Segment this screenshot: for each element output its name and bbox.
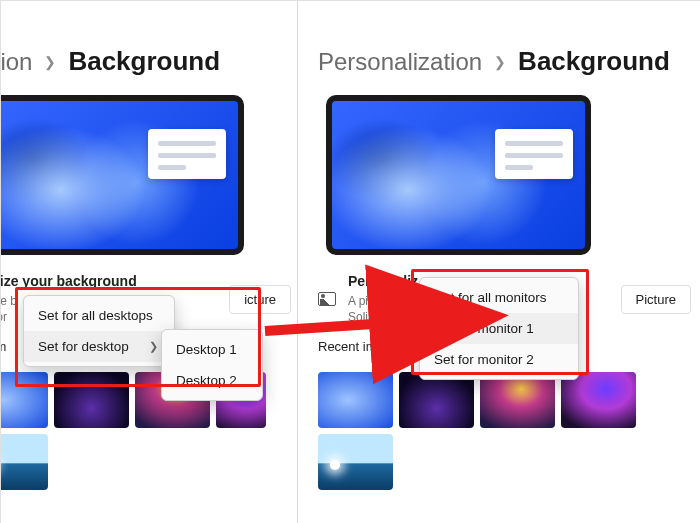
sample-window — [148, 129, 226, 179]
thumbnail[interactable] — [318, 434, 393, 490]
comparison-frame: WindowsDigital.com nalization ❯ Backgrou… — [0, 0, 700, 523]
recent-thumbnails — [318, 372, 700, 428]
right-screenshot: Personalization ❯ Background Personaliz … — [298, 1, 700, 523]
chevron-right-icon: ❯ — [44, 54, 56, 70]
breadcrumb-parent[interactable]: nalization — [1, 48, 32, 76]
breadcrumb-current: Background — [518, 46, 670, 77]
breadcrumb-parent[interactable]: Personalization — [318, 48, 482, 76]
breadcrumb-current: Background — [68, 46, 220, 77]
wallpaper-preview — [1, 95, 244, 255]
bg-type-dropdown[interactable]: Picture — [621, 285, 691, 314]
left-screenshot: nalization ❯ Background onalize your bac… — [1, 1, 298, 523]
breadcrumb: nalization ❯ Background — [1, 1, 297, 77]
thumbnail[interactable] — [399, 372, 474, 428]
breadcrumb: Personalization ❯ Background — [318, 1, 700, 77]
annotation-box — [15, 287, 261, 387]
thumbnail[interactable] — [1, 434, 48, 490]
thumbnail[interactable] — [480, 372, 555, 428]
chevron-right-icon: ❯ — [494, 54, 506, 70]
wallpaper-preview — [326, 95, 591, 255]
svg-line-0 — [265, 323, 389, 331]
thumbnail[interactable] — [318, 372, 393, 428]
thumbnail[interactable] — [561, 372, 636, 428]
annotation-box — [411, 269, 589, 375]
annotation-arrow-icon — [259, 301, 419, 365]
sample-window — [495, 129, 573, 179]
